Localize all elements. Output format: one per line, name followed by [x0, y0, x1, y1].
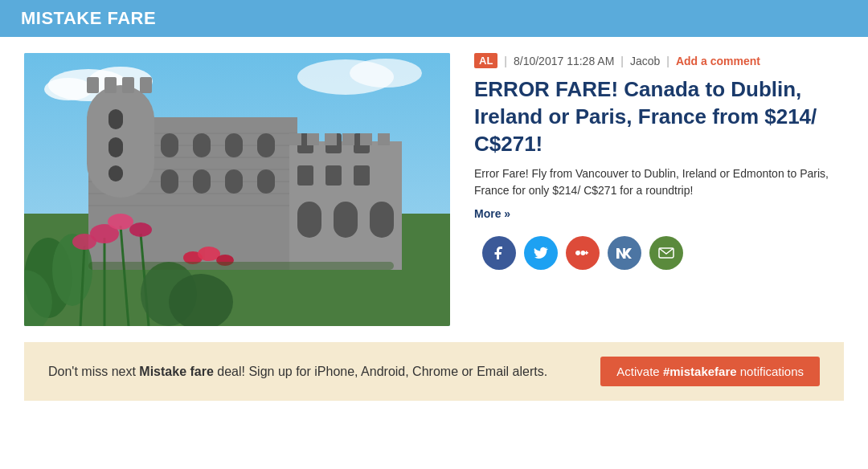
svg-point-3	[44, 78, 92, 100]
svg-rect-44	[378, 133, 390, 145]
svg-rect-36	[297, 165, 313, 186]
page-title: MISTAKE FARE	[21, 8, 156, 29]
svg-rect-27	[257, 133, 275, 157]
more-link[interactable]: More	[474, 207, 844, 220]
activate-btn-hashtag: #mistakefare	[663, 365, 737, 378]
svg-rect-43	[360, 133, 372, 145]
header-bar: MISTAKE FARE	[0, 0, 868, 37]
svg-rect-39	[289, 133, 301, 145]
castle-svg	[24, 53, 450, 326]
meta-row: AL | 8/10/2017 11:28 AM | Jacob | Add a …	[474, 53, 844, 68]
notify-text-after: deal! Sign up for iPhone, Android, Chrom…	[217, 365, 547, 378]
svg-rect-41	[325, 133, 337, 145]
social-row	[474, 236, 844, 270]
meta-date: 8/10/2017 11:28 AM	[514, 55, 614, 67]
svg-point-5	[350, 59, 422, 88]
article-title: ERROR FARE! Canada to Dublin, Ireland or…	[474, 76, 844, 157]
svg-rect-17	[87, 77, 99, 93]
article-right: AL | 8/10/2017 11:28 AM | Jacob | Add a …	[474, 53, 844, 270]
svg-rect-28	[161, 169, 178, 194]
main-content: AL | 8/10/2017 11:28 AM | Jacob | Add a …	[0, 37, 868, 401]
svg-rect-18	[104, 77, 117, 93]
svg-rect-31	[257, 169, 275, 194]
share-facebook-button[interactable]	[482, 236, 516, 270]
svg-rect-19	[122, 77, 134, 93]
activate-btn-suffix: notifications	[737, 365, 804, 378]
svg-rect-21	[108, 109, 123, 129]
svg-rect-25	[193, 133, 211, 157]
svg-rect-38	[354, 165, 370, 186]
share-email-button[interactable]	[649, 236, 683, 270]
share-vk-button[interactable]	[608, 236, 641, 270]
svg-rect-37	[326, 165, 342, 186]
meta-separator-3: |	[666, 55, 669, 67]
svg-rect-45	[297, 202, 321, 238]
svg-rect-64	[88, 262, 394, 270]
meta-author: Jacob	[630, 55, 660, 67]
svg-rect-30	[225, 169, 243, 194]
activate-notifications-button[interactable]: Activate #mistakefare notifications	[600, 357, 820, 386]
share-googleplus-button[interactable]	[566, 236, 600, 270]
svg-rect-29	[193, 169, 211, 194]
article-description: Error Fare! Fly from Vancouver to Dublin…	[474, 165, 844, 199]
svg-point-53	[108, 214, 133, 230]
notify-text: Don't miss next Mistake fare deal! Sign …	[48, 361, 592, 382]
svg-rect-20	[140, 77, 152, 93]
notify-text-before: Don't miss next	[48, 365, 136, 378]
notify-highlight: Mistake fare	[139, 365, 214, 378]
svg-rect-24	[161, 133, 178, 157]
svg-rect-22	[108, 137, 123, 157]
al-badge: AL	[474, 53, 497, 68]
svg-rect-26	[225, 133, 243, 157]
meta-separator-1: |	[504, 55, 507, 67]
svg-rect-23	[108, 165, 123, 181]
article-row: AL | 8/10/2017 11:28 AM | Jacob | Add a …	[24, 53, 844, 326]
svg-rect-46	[334, 202, 358, 238]
activate-btn-prefix: Activate	[616, 365, 663, 378]
svg-rect-42	[342, 133, 354, 145]
svg-rect-47	[370, 202, 394, 238]
svg-rect-40	[307, 133, 319, 145]
svg-point-55	[129, 222, 152, 237]
svg-point-57	[72, 234, 96, 250]
notify-bar: Don't miss next Mistake fare deal! Sign …	[24, 342, 844, 401]
article-image	[24, 53, 450, 326]
meta-separator-2: |	[620, 55, 624, 67]
share-twitter-button[interactable]	[524, 236, 558, 270]
add-comment-link[interactable]: Add a comment	[676, 55, 760, 67]
